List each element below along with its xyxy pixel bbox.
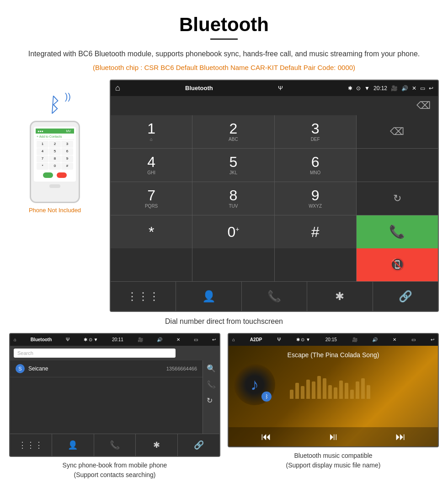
phone-mockup: ●●●MV + Add to Contacts 123 456 789 *0# <box>30 121 80 203</box>
pb-screen-icon[interactable]: ▭ <box>194 337 198 342</box>
music-status-icons: ✱ ⊙ ▼ <box>296 337 310 342</box>
back-icon[interactable]: ↩ <box>429 85 433 91</box>
volume-icon[interactable]: 🔊 <box>401 85 408 91</box>
call-button[interactable]: 📞 <box>357 215 438 248</box>
key-9[interactable]: 9WXYZ <box>275 182 356 215</box>
key-1[interactable]: 1⌂ <box>111 115 192 148</box>
pb-home-icon[interactable]: ⌂ <box>14 337 16 342</box>
home-icon[interactable]: ⌂ <box>115 83 120 93</box>
pb-vol-icon[interactable]: 🔊 <box>157 337 162 342</box>
music-note-icon: ♪ <box>251 375 259 394</box>
music-screen: ⌂ A2DP Ψ ✱ ⊙ ▼ 20:15 🎥 🔊 ✕ ▭ ↩ Escape (T… <box>228 333 439 447</box>
nav-dialpad[interactable]: ⋮⋮⋮ <box>111 282 176 311</box>
pb-search-input[interactable]: Search <box>14 349 176 358</box>
bt-info-text: (Bluetooth chip : CSR BC6 Default Blueto… <box>0 64 448 80</box>
pb-camera-icon[interactable]: 🎥 <box>138 337 143 342</box>
keypad-grid: 1⌂ 2ABC 3DEF ⌫ 4GHI 5JKL 6MNO 7PQRS 8TUV… <box>111 115 438 248</box>
pb-time: 20:11 <box>112 337 123 342</box>
key-row5-empty2 <box>192 248 274 281</box>
music-vol-icon[interactable]: 🔊 <box>372 337 378 342</box>
dial-display: ⌫ <box>111 96 438 115</box>
nav-call[interactable]: 📞 <box>242 282 307 311</box>
location-icon: ⊙ <box>356 85 361 91</box>
prev-track-button[interactable]: ⏮ <box>261 431 271 443</box>
contact-name: Seicane <box>28 365 166 372</box>
phone-illustration: ᛒ )) ●●●MV + Add to Contacts 123 456 789… <box>9 80 101 214</box>
next-track-button[interactable]: ⏭ <box>395 431 405 443</box>
usb-icon: Ψ <box>278 85 283 91</box>
music-controls: ⏮ ⏯ ⏭ <box>229 427 438 446</box>
key-2[interactable]: 2ABC <box>192 115 274 148</box>
phone-not-included-label: Phone Not Included <box>29 207 81 214</box>
pb-search-bar: Search <box>10 346 219 360</box>
wifi-signal-icon: )) <box>65 91 71 102</box>
contact-number: 13566664466 <box>166 366 197 371</box>
signal-icon: ▼ <box>364 85 370 91</box>
key-5[interactable]: 5JKL <box>192 149 274 182</box>
key-8[interactable]: 8TUV <box>192 182 274 215</box>
pb-nav-link[interactable]: 🔗 <box>178 434 219 456</box>
music-content-area: Escape (The Pina Colada Song) ♪ ᛒ <box>229 346 438 446</box>
close-icon[interactable]: ✕ <box>412 85 416 91</box>
music-home-icon[interactable]: ⌂ <box>232 337 235 342</box>
keypad-screen: ⌂ Bluetooth Ψ ✱ ⊙ ▼ 20:12 🎥 🔊 ✕ ▭ ↩ ⌫ 1⌂… <box>110 80 439 312</box>
keypad-bottom-nav: ⋮⋮⋮ 👤 📞 ✱ 🔗 <box>111 281 438 311</box>
pb-status-icons: ✱ ⊙ ▼ <box>84 337 98 342</box>
music-close-icon[interactable]: ✕ <box>393 337 396 342</box>
key-hash[interactable]: # <box>275 215 356 248</box>
caption-dial: Dial number direct from touchscreen <box>0 317 448 326</box>
phonebook-panel: ⌂ Bluetooth Ψ ✱ ⊙ ▼ 20:11 🎥 🔊 ✕ ▭ ↩ Sear… <box>9 333 220 480</box>
key-7[interactable]: 7PQRS <box>111 182 192 215</box>
pb-close-icon[interactable]: ✕ <box>176 337 180 342</box>
end-call-button[interactable]: 📵 <box>357 248 438 281</box>
screen-icon[interactable]: ▭ <box>420 85 425 91</box>
pb-nav-dialpad[interactable]: ⋮⋮⋮ <box>10 434 52 456</box>
bt-status-icon: ✱ <box>348 85 352 91</box>
key-3[interactable]: 3DEF <box>275 115 356 148</box>
pb-statusbar: ⌂ Bluetooth Ψ ✱ ⊙ ▼ 20:11 🎥 🔊 ✕ ▭ ↩ <box>10 334 219 346</box>
keypad-statusbar: ⌂ Bluetooth Ψ ✱ ⊙ ▼ 20:12 🎥 🔊 ✕ ▭ ↩ <box>111 80 438 96</box>
contact-row[interactable]: S Seicane 13566664466 <box>10 360 203 377</box>
pb-app-name: Bluetooth <box>31 337 52 342</box>
music-screen-icon[interactable]: ▭ <box>411 337 416 342</box>
pb-refresh-icon-btn[interactable]: ↻ <box>203 392 219 408</box>
album-art: ♪ ᛒ <box>234 364 275 405</box>
key-star[interactable]: * <box>111 215 192 248</box>
pb-bottom-nav: ⋮⋮⋮ 👤 📞 ✱ 🔗 <box>10 434 219 456</box>
contact-letter: S <box>16 364 25 373</box>
track-title: Escape (The Pina Colada Song) <box>288 351 379 359</box>
caption-phonebook: Sync phone-book from mobile phone(Suppor… <box>9 461 220 480</box>
key-4[interactable]: 4GHI <box>111 149 192 182</box>
nav-contacts[interactable]: 👤 <box>176 282 241 311</box>
nav-bluetooth[interactable]: ✱ <box>307 282 373 311</box>
pb-nav-bluetooth[interactable]: ✱ <box>136 434 178 456</box>
nav-link[interactable]: 🔗 <box>373 282 438 311</box>
music-app-name: A2DP <box>250 337 262 342</box>
pb-back-icon[interactable]: ↩ <box>212 337 216 342</box>
eq-visualizer <box>290 376 370 399</box>
bt-badge-icon: ᛒ <box>261 392 272 402</box>
music-usb-icon: Ψ <box>277 337 281 342</box>
pb-call-icon-btn[interactable]: 📞 <box>203 376 219 392</box>
key-row5-empty3 <box>275 248 356 281</box>
music-back-icon[interactable]: ↩ <box>431 337 434 342</box>
pb-nav-call[interactable]: 📞 <box>94 434 136 456</box>
backspace-button[interactable]: ⌫ <box>416 100 431 112</box>
pb-search-icon-btn[interactable]: 🔍 <box>203 360 219 376</box>
camera-icon[interactable]: 🎥 <box>391 85 398 91</box>
key-0[interactable]: 0+ <box>192 215 274 248</box>
title-underline <box>210 38 238 40</box>
subtitle-text: Integrated with BC6 Bluetooth module, su… <box>0 48 448 64</box>
music-statusbar: ⌂ A2DP Ψ ✱ ⊙ ▼ 20:15 🎥 🔊 ✕ ▭ ↩ <box>229 334 438 346</box>
key-refresh[interactable]: ↻ <box>357 182 438 215</box>
music-camera-icon[interactable]: 🎥 <box>352 337 357 342</box>
time-display: 20:12 <box>373 85 387 91</box>
play-pause-button[interactable]: ⏯ <box>328 431 338 443</box>
key-6[interactable]: 6MNO <box>275 149 356 182</box>
keypad-app-name: Bluetooth <box>185 85 213 91</box>
pb-usb-icon: Ψ <box>66 337 69 342</box>
pb-nav-contacts[interactable]: 👤 <box>52 434 94 456</box>
music-time: 20:15 <box>325 337 337 342</box>
key-row5-empty1 <box>111 248 192 281</box>
music-panel: ⌂ A2DP Ψ ✱ ⊙ ▼ 20:15 🎥 🔊 ✕ ▭ ↩ Escape (T… <box>228 333 439 480</box>
